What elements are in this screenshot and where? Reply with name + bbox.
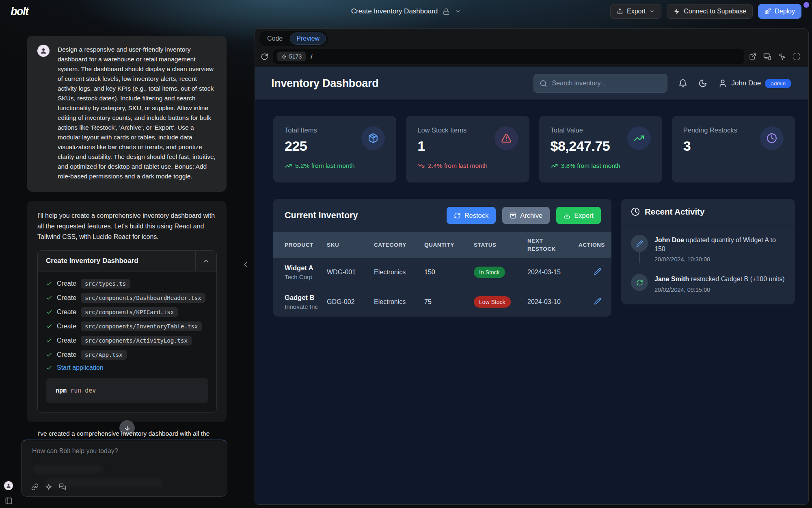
user-message-text: Design a responsive and user-friendly in… [58, 45, 217, 181]
step-action: Create [57, 294, 76, 302]
kpi-trend: 3.8% from last month [551, 162, 651, 169]
deploy-button[interactable]: Deploy [758, 4, 801, 19]
activity-action: restocked Gadget B (+100 units) [691, 276, 785, 282]
connect-supabase-button[interactable]: Connect to Supabase [667, 4, 753, 19]
archive-label: Archive [520, 212, 542, 219]
collapse-work-card-button[interactable] [195, 251, 216, 271]
build-step: Create src/App.tsx [46, 350, 208, 360]
dashboard-header: Inventory Dashboard John Doe [255, 67, 808, 100]
restock-button[interactable]: Restock [447, 207, 496, 224]
work-card-header: Create Inventory Dashboard [38, 251, 216, 271]
assistant-intro-text: I'll help you create a comprehensive inv… [27, 211, 227, 242]
next-restock-cell: 2024-03-15 [527, 258, 579, 287]
account-avatar[interactable] [4, 481, 13, 490]
step-file[interactable]: src/components/InventoryTable.tsx [81, 321, 202, 331]
tab-code[interactable]: Code [261, 33, 289, 45]
activity-timestamp: 20/02/2024, 09:15:00 [654, 287, 785, 293]
person-icon [6, 483, 11, 488]
step-action: Create [57, 280, 76, 287]
download-icon [564, 212, 570, 219]
activity-header: Recent Activity [621, 199, 795, 225]
inspector-pointer-icon[interactable] [778, 53, 786, 61]
chat-mode-icon[interactable] [59, 483, 66, 491]
preview-address-bar: 5173 / [255, 48, 808, 67]
reload-preview-button[interactable] [261, 53, 268, 61]
activity-item: John Doe updated quantity of Widget A to… [631, 235, 785, 263]
activity-list: John Doe updated quantity of Widget A to… [621, 225, 795, 304]
step-action: Create [57, 337, 76, 344]
step-file[interactable]: src/components/ActivityLog.tsx [81, 336, 192, 345]
refresh-icon [454, 212, 461, 219]
open-in-new-tab-icon[interactable] [749, 53, 756, 60]
project-title: Create Inventory Dashboard [351, 7, 438, 15]
start-application-link[interactable]: Start application [57, 364, 104, 371]
share-icon [617, 8, 623, 15]
export-csv-button[interactable]: Export [556, 207, 601, 224]
chat-panel: Design a responsive and user-friendly in… [0, 23, 255, 508]
step-file[interactable]: src/components/DashboardHeader.tsx [81, 293, 205, 303]
table-row: Widget A Tech Corp WDG-001 Electronics 1… [273, 258, 611, 287]
user-menu[interactable]: John Doe admin [718, 79, 791, 88]
edit-activity-icon [631, 235, 648, 252]
url-input[interactable]: 5173 / [273, 49, 744, 64]
tab-preview[interactable]: Preview [290, 33, 326, 45]
app-preview: Inventory Dashboard John Doe [255, 67, 808, 504]
step-file[interactable]: src/App.tsx [81, 350, 127, 360]
alert-triangle-icon [495, 126, 518, 150]
kpi-cards: Total Items 225 5.2% from last month [273, 116, 795, 182]
workbench-panel: Code Preview 5173 / [255, 28, 809, 505]
url-path: / [311, 53, 312, 60]
port-zap-icon [281, 54, 287, 59]
export-label: Export [627, 8, 646, 15]
user-name: John Doe [731, 79, 761, 87]
kpi-card-low-stock: Low Stock Items 1 2.4% from last month [406, 116, 529, 182]
col-quantity: Quantity [424, 232, 474, 258]
activity-user: Jane Smith [654, 276, 689, 282]
fullscreen-icon[interactable] [793, 53, 800, 60]
kpi-card-pending-restocks: Pending Restocks 3 [672, 116, 795, 182]
dark-mode-toggle[interactable] [698, 79, 707, 88]
enhance-prompt-sparkles-icon[interactable] [45, 483, 52, 491]
responsive-devices-icon[interactable] [763, 52, 771, 61]
port-badge[interactable]: 5173 [277, 52, 306, 61]
chevron-down-icon[interactable] [454, 8, 461, 15]
check-icon [46, 337, 52, 344]
kpi-value: $8,247.75 [551, 138, 610, 154]
dashboard-main: Total Items 225 5.2% from last month [255, 100, 808, 504]
edit-row-button[interactable] [594, 297, 601, 305]
search-input[interactable] [552, 80, 661, 87]
quantity-cell[interactable]: 150 [424, 258, 474, 287]
trending-down-icon [417, 162, 425, 169]
person-icon [40, 47, 47, 54]
col-next-restock: Next Restock [527, 232, 579, 258]
step-file[interactable]: src/components/KPICard.tsx [81, 307, 178, 317]
export-button[interactable]: Export [610, 4, 661, 19]
col-sku: SKU [327, 232, 374, 258]
quantity-cell[interactable]: 75 [424, 287, 474, 317]
product-supplier: Tech Corp [285, 274, 324, 280]
project-title-group[interactable]: Create Inventory Dashboard [351, 0, 461, 23]
inventory-card-header: Current Inventory Restock Archive [273, 199, 611, 232]
archive-button[interactable]: Archive [502, 207, 550, 224]
table-header-row: Product SKU Category Quantity Status Nex… [273, 232, 611, 258]
activity-item: Jane Smith restocked Gadget B (+100 unit… [631, 274, 785, 293]
search-icon [540, 80, 547, 87]
bolt-logo[interactable]: bolt [11, 5, 28, 18]
kpi-label: Low Stock Items [417, 126, 466, 134]
edit-row-button[interactable] [594, 268, 601, 275]
trending-up-icon [627, 126, 651, 150]
kpi-label: Pending Restocks [683, 126, 737, 134]
collapse-chat-handle[interactable] [241, 260, 250, 269]
attach-link-icon[interactable] [31, 483, 39, 491]
clock-icon [631, 207, 640, 216]
chat-input-box[interactable] [21, 440, 227, 497]
check-icon [46, 323, 52, 330]
dashboard-header-actions: John Doe admin [533, 74, 791, 93]
start-application-step: Start application [46, 364, 208, 371]
sku-cell: GDG-002 [327, 287, 374, 317]
toggle-sidebar-button[interactable] [5, 497, 13, 505]
step-file[interactable]: src/types.ts [81, 279, 130, 289]
notifications-bell-button[interactable] [678, 79, 687, 88]
activity-timestamp: 20/02/2024, 10:30:00 [654, 256, 785, 263]
inventory-search[interactable] [533, 74, 667, 93]
